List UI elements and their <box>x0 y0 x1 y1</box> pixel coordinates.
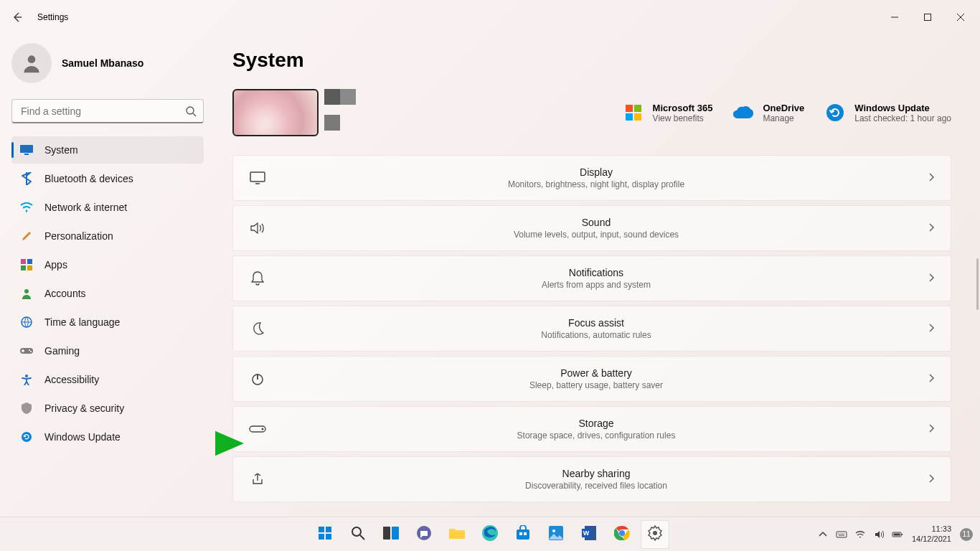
explorer-icon <box>448 526 466 542</box>
taskbar-chrome-icon[interactable] <box>608 520 636 549</box>
nav-label: Accessibility <box>44 374 99 385</box>
card-subtitle: Volume levels, output, input, sound devi… <box>282 230 910 240</box>
card-nearby-sharing[interactable]: Nearby sharingDiscoverability, received … <box>232 456 951 502</box>
minimize-button[interactable] <box>878 6 911 29</box>
scrollbar[interactable] <box>976 258 979 310</box>
nav-label: Windows Update <box>44 431 121 443</box>
taskbar-explorer-icon[interactable] <box>443 520 471 549</box>
apps-icon <box>20 258 33 271</box>
sidebar-item-gaming[interactable]: Gaming <box>11 337 204 364</box>
sidebar-item-system[interactable]: System <box>11 136 204 164</box>
user-name: Samuel Mbanaso <box>62 57 143 69</box>
sidebar-item-privacy-security[interactable]: Privacy & security <box>11 395 204 422</box>
search-icon <box>185 105 197 120</box>
card-subtitle: Alerts from apps and system <box>282 280 910 290</box>
power-icon <box>249 370 266 387</box>
taskbar-taskview-icon[interactable] <box>377 520 405 549</box>
card-notifications[interactable]: NotificationsAlerts from apps and system <box>232 255 951 301</box>
taskbar-edge-icon[interactable] <box>476 520 504 549</box>
desktop-preview[interactable] <box>232 89 617 136</box>
back-button[interactable] <box>3 3 32 32</box>
card-sound[interactable]: SoundVolume levels, output, input, sound… <box>232 205 951 251</box>
taskbar-clock[interactable]: 11:33 14/12/2021 <box>912 524 951 543</box>
storage-icon <box>249 420 266 438</box>
nav-label: Apps <box>44 259 67 270</box>
chevron-up-icon[interactable] <box>817 529 829 540</box>
sidebar-item-personalization[interactable]: Personalization <box>11 222 204 250</box>
settings-icon <box>647 525 663 543</box>
taskbar-store-icon[interactable] <box>509 520 537 549</box>
sidebar-item-bluetooth-devices[interactable]: Bluetooth & devices <box>11 165 204 192</box>
taskbar-search-icon[interactable] <box>344 520 372 549</box>
update-icon <box>20 430 33 443</box>
photos-icon <box>548 525 564 543</box>
sidebar-item-time-language[interactable]: Time & language <box>11 309 204 336</box>
sound-icon <box>249 220 266 237</box>
card-title: Storage <box>282 418 910 429</box>
status-title: Microsoft 365 <box>653 103 713 113</box>
sidebar: Samuel Mbanaso SystemBluetooth & devices… <box>0 34 215 517</box>
moon-icon <box>249 320 266 337</box>
status-title: OneDrive <box>763 103 804 113</box>
svg-rect-37 <box>517 529 529 540</box>
status-microsoft-[interactable]: Microsoft 365View benefits <box>623 102 713 123</box>
chevron-right-icon <box>926 172 936 184</box>
card-focus-assist[interactable]: Focus assistNotifications, automatic rul… <box>232 306 951 352</box>
wifi-icon <box>20 201 33 214</box>
battery-tray-icon[interactable] <box>892 529 903 540</box>
svg-point-10 <box>24 289 29 293</box>
status-windows-update[interactable]: Windows UpdateLast checked: 1 hour ago <box>824 102 951 123</box>
main-content[interactable]: System Microsoft 365View benefitsOneDriv… <box>215 34 980 517</box>
card-power-battery[interactable]: Power & batterySleep, battery usage, bat… <box>232 356 951 402</box>
svg-rect-19 <box>626 113 633 121</box>
taskbar-settings-icon[interactable] <box>641 520 669 549</box>
taskview-icon <box>382 526 400 542</box>
window-controls <box>878 6 977 29</box>
svg-point-47 <box>653 531 657 535</box>
notification-badge[interactable]: 11 <box>960 528 973 541</box>
system-overview-row: Microsoft 365View benefitsOneDriveManage… <box>232 89 951 136</box>
chevron-right-icon <box>926 323 936 335</box>
sidebar-item-accessibility[interactable]: Accessibility <box>11 366 204 393</box>
back-arrow-icon <box>11 11 23 23</box>
card-display[interactable]: DisplayMonitors, brightness, night light… <box>232 155 951 201</box>
status-subtitle: Last checked: 1 hour ago <box>854 113 951 123</box>
taskbar: W 11:33 14/12/2021 11 <box>0 517 980 551</box>
start-icon <box>316 524 334 544</box>
sidebar-item-apps[interactable]: Apps <box>11 251 204 278</box>
search-input[interactable] <box>11 99 204 123</box>
svg-rect-20 <box>634 113 641 121</box>
sidebar-item-windows-update[interactable]: Windows Update <box>11 423 204 451</box>
status-onedrive[interactable]: OneDriveManage <box>732 102 804 123</box>
user-profile[interactable]: Samuel Mbanaso <box>11 40 215 86</box>
taskbar-word-icon[interactable]: W <box>575 520 603 549</box>
monitor-icon <box>20 143 33 156</box>
taskbar-chat-icon[interactable] <box>410 520 438 549</box>
tray-icons[interactable] <box>817 529 903 540</box>
sidebar-item-network-internet[interactable]: Network & internet <box>11 194 204 221</box>
svg-point-1 <box>28 55 36 63</box>
nav-label: Personalization <box>44 230 113 242</box>
desktop-thumbnail <box>232 89 319 136</box>
nav: SystemBluetooth & devicesNetwork & inter… <box>11 136 204 451</box>
onedrive-icon <box>732 102 754 123</box>
gamepad-icon <box>20 344 33 357</box>
bell-icon <box>249 270 266 287</box>
maximize-button[interactable] <box>911 6 944 29</box>
page-title: System <box>232 49 951 72</box>
close-button[interactable] <box>944 6 977 29</box>
word-icon: W <box>581 525 597 543</box>
wifi-tray-icon[interactable] <box>854 529 866 540</box>
card-title: Sound <box>282 217 910 228</box>
card-subtitle: Monitors, brightness, night light, displ… <box>282 179 910 189</box>
keyboard-icon[interactable] <box>836 529 847 540</box>
sidebar-item-accounts[interactable]: Accounts <box>11 280 204 307</box>
volume-tray-icon[interactable] <box>873 529 885 540</box>
microsoft-icon <box>623 102 644 123</box>
taskbar-photos-icon[interactable] <box>542 520 570 549</box>
taskbar-start-icon[interactable] <box>311 520 339 549</box>
taskbar-apps: W <box>311 520 669 549</box>
svg-rect-18 <box>634 105 641 112</box>
store-icon <box>515 525 531 543</box>
card-storage[interactable]: StorageStorage space, drives, configurat… <box>232 406 951 452</box>
